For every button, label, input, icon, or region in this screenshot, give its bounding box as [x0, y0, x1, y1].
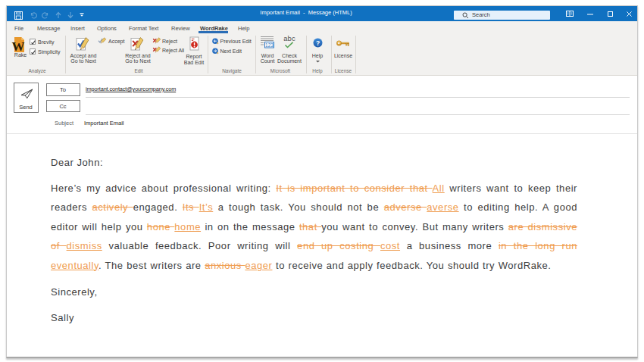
svg-text:?: ? — [316, 39, 320, 47]
svg-text:123: 123 — [265, 42, 274, 48]
